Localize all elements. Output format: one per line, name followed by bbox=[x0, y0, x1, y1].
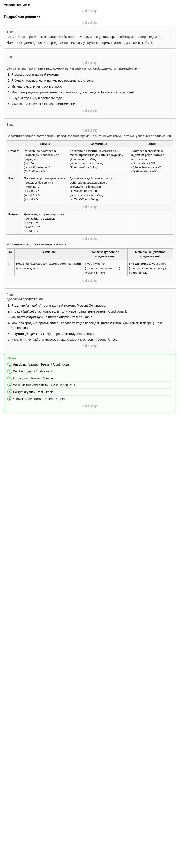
step2-label: 2 шаг bbox=[7, 55, 173, 59]
step4-sentence-4: Мои двоюродные братья видели королеву, к… bbox=[11, 321, 173, 331]
step4-box: 4 шаг Дополним предложения. Я делаю (am … bbox=[4, 288, 176, 352]
cond-cell-0-2: If you invite her, (Если ты пригласишь е… bbox=[83, 260, 127, 276]
watermark-step4: gdz.top bbox=[7, 344, 173, 348]
cond-th-0: № bbox=[7, 248, 15, 260]
step2-box: 2 шаг gdz.top Внимательно прочитаем пред… bbox=[4, 51, 176, 116]
grammar-cell-2-3 bbox=[130, 211, 173, 234]
step2-sentences: Я делаю тест в данный момент.Я буду счас… bbox=[11, 72, 173, 106]
answer-box: Ответ 1Am doing (делаю). Present Continu… bbox=[4, 354, 176, 412]
grammar-cell-1-1: Простое, короткое действие в прошлом, бе… bbox=[22, 175, 68, 203]
cond-cell-0-0: I bbox=[7, 260, 15, 276]
watermark-answer: gdz.top bbox=[7, 404, 173, 408]
step2-sentence-3: Мы часто ездим на пляж в отпуск. bbox=[11, 84, 173, 89]
grammar-cell-0-2: Действие в развитии в момент речи, запла… bbox=[68, 147, 130, 175]
step4-sentence-6: У меня (have had) эти кроссовки около ше… bbox=[11, 337, 173, 342]
step2-text1: Внимательно прочитаем предложения из уче… bbox=[7, 66, 173, 71]
step4-label: 4 шаг bbox=[7, 293, 173, 296]
answer-list: 1Am doing (делаю). Present Continuous.2W… bbox=[7, 361, 173, 402]
watermark-top: gdz.top bbox=[4, 8, 176, 13]
cond-th-3: Main clause (главное предложение) bbox=[127, 248, 173, 260]
watermark-step3: gdz.top bbox=[7, 128, 173, 132]
answer-item-1: 1Am doing (делаю). Present Continuous. bbox=[7, 361, 173, 368]
watermark-grammar-1: gdz.top bbox=[7, 203, 173, 211]
grammar-cell-1-0: Past bbox=[7, 175, 22, 203]
grammar-th-2: Continuous bbox=[68, 140, 130, 147]
answer-item-4: 4Were visiting (посещали). Past Continuo… bbox=[7, 382, 173, 389]
step3-text1: Вспомним правило построения и использова… bbox=[7, 134, 173, 139]
step4-sentence-1: Я делаю (am doing) тест в данный момент.… bbox=[11, 303, 173, 308]
step3-box: 3 шаг gdz.top Вспомним правило построени… bbox=[4, 118, 176, 286]
step3-label: 3 шаг bbox=[7, 123, 173, 126]
watermark-step3c: gdz.top bbox=[7, 278, 173, 282]
step4-sentences: Я делаю (am doing) тест в данный момент.… bbox=[11, 303, 173, 342]
answer-item-2: 2Will be (буду). Conditional I. bbox=[7, 368, 173, 375]
grammar-th-1: Simple bbox=[22, 140, 68, 147]
cond-cell-0-3: she will come to your party. (она придёт… bbox=[127, 260, 173, 276]
page-title: Упражнение 5 bbox=[4, 3, 176, 7]
step1-label: 1 шаг bbox=[7, 30, 173, 34]
watermark-step2b: gdz.top bbox=[7, 108, 173, 113]
step4-text1: Дополним предложения. bbox=[7, 297, 173, 302]
step2-sentence-6: У меня эти кроссовки около шести месяцев… bbox=[11, 102, 173, 106]
answer-label: Ответ bbox=[7, 356, 173, 360]
watermark-subtitle: gdz.top bbox=[4, 20, 176, 25]
answer-item-5: 5Bought (купил). Past Simple. bbox=[7, 389, 173, 396]
grammar-cell-1-2: Длительное действие в прошлом, действие … bbox=[68, 175, 130, 203]
step2-sentence-4: Мои двоюродные братья видели королеву, к… bbox=[11, 90, 173, 95]
step4-sentence-2: Я буду (will be) счастлива, если получу … bbox=[11, 309, 173, 314]
conditional-title: Условное предложение первого типа. bbox=[7, 242, 173, 247]
step2-sentence-5: Я купил эту книгу в прошлом году. bbox=[11, 96, 173, 101]
watermark-step3b: gdz.top bbox=[7, 236, 173, 241]
answer-item-6: 6Я имею (have had). Present Perfect. bbox=[7, 396, 173, 402]
grammar-cell-0-0: Present bbox=[7, 147, 22, 175]
grammar-cell-2-0: Future bbox=[7, 211, 22, 234]
step1-text1: Внимательно прочитаем задание, чтобы пон… bbox=[7, 34, 173, 39]
grammar-cell-2-1: Действие, которое, вероятно, произойдёт … bbox=[22, 211, 68, 234]
answer-item-3: 3Go (ездим). Present Simple. bbox=[7, 375, 173, 382]
grammar-th-0 bbox=[7, 140, 22, 147]
step1-text2: Нам необходимо дополнить предложения, ис… bbox=[7, 40, 173, 45]
conditional-table: №ЗначениеIf-clause (условное предложение… bbox=[7, 248, 173, 276]
subtitle: Подробное решение bbox=[4, 14, 176, 19]
grammar-cell-2-2 bbox=[68, 211, 130, 234]
grammar-th-3: Perfect bbox=[130, 140, 173, 147]
cond-th-2: If-clause (условное предложение) bbox=[83, 248, 127, 260]
cond-cell-0-1: Реальное будущее (ситуация может произой… bbox=[15, 260, 83, 276]
step2-sentence-2: Я буду счастлива, если получу все правил… bbox=[11, 78, 173, 83]
grammar-table: SimpleContinuousPerfect PresentРегулярно… bbox=[7, 140, 173, 235]
grammar-cell-0-1: Регулярное действие в настоящем, расписа… bbox=[22, 147, 68, 175]
step1-box: 1 шаг Внимательно прочитаем задание, что… bbox=[4, 26, 176, 49]
step2-sentence-1: Я делаю тест в данный момент. bbox=[11, 72, 173, 77]
grammar-cell-1-3 bbox=[130, 175, 173, 203]
watermark-step2: gdz.top bbox=[7, 60, 173, 65]
step4-sentence-5: Я купил (bought) эту книгу в прошлом год… bbox=[11, 332, 173, 336]
step4-sentence-3: Мы часто ездим (go) на пляж в отпуск. Pr… bbox=[11, 315, 173, 320]
cond-th-1: Значение bbox=[15, 248, 83, 260]
grammar-cell-0-3: Действие в прошлом с видимым результатом… bbox=[130, 147, 173, 175]
